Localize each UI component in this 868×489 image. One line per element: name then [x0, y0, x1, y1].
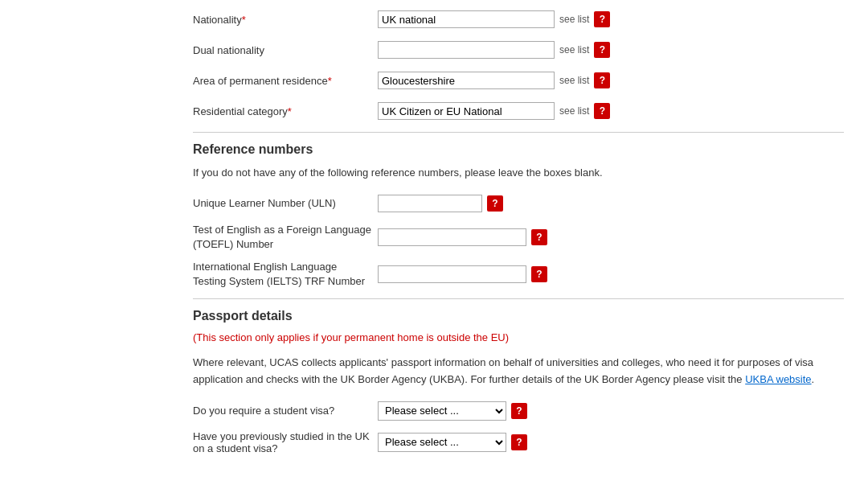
previously-studied-input-group: Please select ... ?: [378, 433, 527, 452]
uln-input-group: ?: [378, 195, 503, 212]
dual-nationality-input-group: see list ?: [378, 41, 610, 59]
area-of-permanent-residence-help-button[interactable]: ?: [594, 72, 610, 88]
nationality-section: Nationality* see list ? Dual nationality…: [193, 8, 844, 122]
ielts-input-group: ?: [378, 265, 547, 283]
uln-input[interactable]: [378, 195, 482, 212]
toefl-input[interactable]: [378, 228, 526, 246]
toefl-help-button[interactable]: ?: [531, 229, 547, 245]
uln-row: Unique Learner Number (ULN) ?: [193, 192, 844, 215]
area-of-permanent-residence-input-group: see list ?: [378, 72, 610, 89]
previously-studied-label: Have you previously studied in the UK on…: [193, 430, 378, 454]
previously-studied-select[interactable]: Please select ...: [378, 433, 506, 452]
area-of-permanent-residence-input[interactable]: [378, 72, 555, 89]
student-visa-label: Do you require a student visa?: [193, 405, 378, 417]
residential-category-help-button[interactable]: ?: [594, 103, 610, 119]
area-of-permanent-residence-see-list[interactable]: see list: [559, 75, 589, 86]
area-of-permanent-residence-row: Area of permanent residence* see list ?: [193, 69, 844, 92]
residential-category-row: Residential category* see list ?: [193, 100, 844, 122]
dual-nationality-label: Dual nationality: [193, 44, 378, 56]
nationality-help-button[interactable]: ?: [594, 11, 610, 27]
residential-category-label: Residential category*: [193, 105, 378, 117]
nationality-input[interactable]: [378, 10, 555, 28]
previously-studied-help-button[interactable]: ?: [511, 434, 527, 450]
ielts-label: International English Language Testing S…: [193, 260, 378, 289]
passport-details-note: (This section only applies if your perma…: [193, 331, 844, 343]
nationality-input-group: see list ?: [378, 10, 610, 28]
ielts-row: International English Language Testing S…: [193, 260, 844, 289]
student-visa-help-button[interactable]: ?: [511, 403, 527, 419]
ielts-help-button[interactable]: ?: [531, 266, 547, 282]
divider-1: [193, 132, 844, 133]
nationality-row: Nationality* see list ?: [193, 8, 844, 31]
dual-nationality-see-list[interactable]: see list: [559, 44, 589, 55]
student-visa-row: Do you require a student visa? Please se…: [193, 400, 844, 422]
residential-category-input-group: see list ?: [378, 102, 610, 120]
previously-studied-row: Have you previously studied in the UK on…: [193, 430, 844, 454]
passport-details-section: Passport details (This section only appl…: [193, 309, 844, 454]
ukba-website-link[interactable]: UKBA website: [745, 373, 811, 385]
toefl-label: Test of English as a Foreign Language (T…: [193, 223, 378, 252]
nationality-label: Nationality*: [193, 14, 378, 26]
reference-numbers-description: If you do not have any of the following …: [193, 165, 844, 181]
passport-details-info: Where relevant, UCAS collects applicants…: [193, 355, 844, 388]
reference-numbers-section: Reference numbers If you do not have any…: [193, 142, 844, 289]
nationality-see-list[interactable]: see list: [559, 14, 589, 25]
dual-nationality-row: Dual nationality see list ?: [193, 39, 844, 61]
divider-2: [193, 298, 844, 299]
residential-category-input[interactable]: [378, 102, 555, 120]
ielts-input[interactable]: [378, 265, 526, 283]
toefl-input-group: ?: [378, 228, 547, 246]
reference-numbers-title: Reference numbers: [193, 142, 844, 157]
toefl-row: Test of English as a Foreign Language (T…: [193, 223, 844, 252]
dual-nationality-help-button[interactable]: ?: [594, 42, 610, 58]
passport-details-title: Passport details: [193, 309, 844, 323]
area-of-permanent-residence-label: Area of permanent residence*: [193, 75, 378, 87]
uln-label: Unique Learner Number (ULN): [193, 197, 378, 209]
uln-help-button[interactable]: ?: [487, 195, 503, 212]
student-visa-select[interactable]: Please select ...: [378, 401, 506, 421]
dual-nationality-input[interactable]: [378, 41, 555, 59]
residential-category-see-list[interactable]: see list: [559, 105, 589, 117]
student-visa-input-group: Please select ... ?: [378, 401, 527, 421]
page-container: Nationality* see list ? Dual nationality…: [0, 0, 868, 471]
